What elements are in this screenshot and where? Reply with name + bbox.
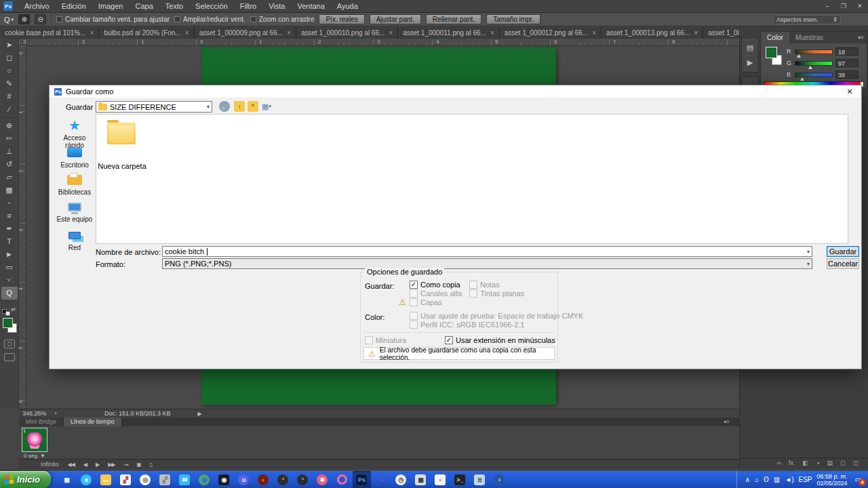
history-brush-tool[interactable]: ↺ bbox=[1, 158, 18, 171]
menu-imagen[interactable]: Imagen bbox=[92, 0, 130, 13]
history-panel-icon[interactable]: ▤ bbox=[742, 40, 758, 55]
taskbar-icon-firefox[interactable]: ◐ bbox=[254, 471, 273, 488]
format-select[interactable]: PNG (*.PNG;*.PNS) ▾ bbox=[162, 258, 812, 269]
taskbar-icon-lock[interactable]: ° bbox=[274, 471, 292, 488]
taskbar-icon-task-view[interactable]: ▦ bbox=[58, 471, 76, 488]
tab-asset-000014[interactable]: asset 1_000014.png al 66...× bbox=[703, 27, 739, 39]
start-button[interactable]: Inicio bbox=[0, 471, 51, 488]
network-icon[interactable]: ▥ bbox=[774, 476, 780, 483]
red-value[interactable]: 18 bbox=[835, 47, 859, 56]
green-value[interactable]: 97 bbox=[835, 59, 859, 67]
back-icon[interactable]: ← bbox=[219, 101, 230, 112]
menu-texto[interactable]: Texto bbox=[159, 0, 189, 13]
resize-windows-checkbox[interactable]: Cambiar tamaño vent. para ajustar bbox=[56, 16, 170, 23]
filename-input[interactable]: cookie bitch ▾ bbox=[162, 246, 812, 257]
save-button[interactable]: Guardar bbox=[827, 246, 859, 257]
default-swap-colors-icon[interactable]: ⇄ bbox=[2, 307, 16, 315]
proof-setup-checkbox[interactable]: Usar ajuste de prueba: Espacio de trabaj… bbox=[410, 312, 583, 320]
marquee-tool[interactable]: ◻ bbox=[1, 52, 18, 64]
tab-mini-bridge[interactable]: Mini Bridge bbox=[19, 418, 64, 426]
green-slider[interactable] bbox=[795, 61, 833, 66]
scrubby-zoom-checkbox[interactable]: Zoom con arrastre bbox=[250, 16, 315, 23]
zoom-level[interactable]: 346.26% bbox=[22, 410, 47, 417]
taskbar-icon-osu[interactable]: o bbox=[333, 471, 351, 488]
place-escritorio[interactable]: Escritorio bbox=[55, 145, 94, 169]
lowercase-extension-checkbox[interactable]: ✓Usar extensión en minúsculas bbox=[445, 336, 555, 344]
previous-frame-icon[interactable]: ◀ bbox=[83, 462, 87, 468]
actual-pixels-button[interactable]: Píx. reales bbox=[319, 14, 364, 24]
delete-layer-icon[interactable]: ◫ bbox=[852, 460, 859, 466]
print-size-button[interactable]: Tamaño impr. bbox=[486, 14, 540, 24]
tab-bulbs[interactable]: bulbs.psd al 200% (Fon...× bbox=[99, 27, 194, 39]
first-frame-icon[interactable]: ◀◀ bbox=[68, 462, 75, 468]
menu-ayuda[interactable]: Ayuda bbox=[331, 0, 364, 13]
layers-checkbox[interactable]: Capas bbox=[410, 298, 442, 306]
foreground-color-swatch[interactable] bbox=[3, 318, 13, 328]
menu-capa[interactable]: Capa bbox=[129, 0, 159, 13]
tab-asset-000010[interactable]: asset 1_000010.png al 66...× bbox=[296, 27, 398, 39]
panel-menu-icon[interactable]: ▾≡ bbox=[724, 418, 730, 426]
volume-icon[interactable]: ◄) bbox=[785, 476, 793, 483]
taskbar-icon-photos[interactable]: ▞ bbox=[156, 471, 174, 488]
taskbar-icon-pie[interactable]: ◗ bbox=[490, 471, 509, 488]
as-copy-checkbox[interactable]: ✓Como copia bbox=[410, 281, 460, 289]
chevron-up-icon[interactable]: ∧ bbox=[745, 476, 750, 483]
eyedropper-tool[interactable]: ∕ bbox=[1, 103, 18, 116]
new-group-icon[interactable]: ▤ bbox=[827, 460, 833, 466]
new-folder-icon[interactable]: ＊ bbox=[248, 101, 258, 112]
views-menu-icon[interactable]: ▦▾ bbox=[261, 101, 272, 112]
layer-effects-icon[interactable]: fx. bbox=[789, 460, 795, 466]
fit-screen-button[interactable]: Ajustar pant. bbox=[370, 14, 421, 24]
zoom-out-button[interactable]: ⊖ bbox=[35, 14, 46, 24]
tab-cookie-base[interactable]: cookie base.psd al 101%...× bbox=[0, 27, 99, 39]
save-in-combobox[interactable]: SIZE DIFFERENCE ▾ bbox=[96, 101, 212, 113]
link-layers-icon[interactable]: ∞ bbox=[777, 460, 781, 466]
notifications-icon[interactable]: ▭ 4 bbox=[855, 475, 862, 484]
play-icon[interactable]: ▶ bbox=[96, 462, 99, 468]
close-tab-icon[interactable]: × bbox=[592, 29, 596, 37]
place-este-equipo[interactable]: Este equipo bbox=[55, 199, 94, 223]
close-tab-icon[interactable]: × bbox=[389, 29, 393, 37]
animation-frame-1[interactable]: 1 bbox=[22, 428, 47, 452]
place-bibliotecas[interactable]: Bibliotecas bbox=[55, 172, 94, 196]
menu-seleccion[interactable]: Selección bbox=[189, 0, 234, 13]
taskbar-icon-store[interactable]: ▞ bbox=[117, 471, 135, 488]
taskbar-icon-terminal[interactable]: >_ bbox=[451, 471, 469, 488]
new-layer-icon[interactable]: ◻ bbox=[840, 460, 845, 466]
lasso-tool[interactable]: ○ bbox=[1, 64, 18, 77]
taskbar-icon-paint[interactable]: ✼ bbox=[313, 471, 332, 488]
annotations-checkbox[interactable]: Notas bbox=[469, 281, 500, 289]
tab-linea-de-tiempo[interactable]: Línea de tiempo bbox=[64, 418, 122, 426]
place-red[interactable]: Red bbox=[55, 228, 94, 251]
tab-color[interactable]: Color bbox=[761, 32, 789, 43]
next-frame-icon[interactable]: ▶▶ bbox=[108, 462, 115, 468]
taskbar-icon-edge[interactable]: e bbox=[77, 471, 96, 488]
tab-asset-000013[interactable]: asset 1_000013.png al 66...× bbox=[601, 27, 703, 39]
zoom-all-windows-checkbox[interactable]: Ampliar/reducir vent. bbox=[174, 16, 245, 23]
layer-mask-icon[interactable]: ◧ bbox=[803, 460, 809, 466]
clone-stamp-tool[interactable]: ⊥ bbox=[1, 145, 18, 158]
microphone-icon[interactable]: ʘ bbox=[764, 476, 769, 483]
taskbar-icon-clock-app[interactable]: ◷ bbox=[392, 471, 410, 488]
close-tab-icon[interactable]: × bbox=[185, 29, 189, 37]
dialog-title-bar[interactable]: Ps Guardar como ✕ bbox=[50, 85, 861, 98]
menu-filtro[interactable]: Filtro bbox=[234, 0, 262, 13]
tab-asset-000009[interactable]: asset 1_000009.png al 66...× bbox=[195, 27, 296, 39]
taskbar-icon-notepad[interactable]: ≡ bbox=[431, 471, 450, 488]
path-selection-tool[interactable]: ► bbox=[1, 248, 18, 261]
screen-mode-icon[interactable] bbox=[4, 353, 15, 361]
icc-profile-checkbox[interactable]: Perfil ICC: sRGB IEC61966-2.1 bbox=[410, 321, 524, 329]
folder-item-nueva-carpeta[interactable]: Nueva carpeta bbox=[96, 162, 148, 170]
panel-menu-icon[interactable]: ▾≡ bbox=[858, 35, 867, 41]
foreground-color-swatch[interactable] bbox=[766, 47, 777, 58]
pen-tool[interactable]: ✒ bbox=[1, 222, 18, 235]
quick-selection-tool[interactable]: ✎ bbox=[1, 77, 18, 90]
taskbar-icon-camera[interactable]: ◎ bbox=[136, 471, 155, 488]
red-slider[interactable] bbox=[795, 49, 833, 54]
dodge-tool[interactable]: ¤ bbox=[1, 209, 18, 222]
move-tool[interactable]: ➤ bbox=[1, 39, 18, 52]
tab-asset-000012[interactable]: asset 1_000012.png al 66...× bbox=[500, 27, 601, 39]
taskbar-icon-obs[interactable]: ◉ bbox=[215, 471, 233, 488]
up-one-level-icon[interactable]: ↑ bbox=[234, 101, 245, 112]
menu-vista[interactable]: Vista bbox=[262, 0, 291, 13]
